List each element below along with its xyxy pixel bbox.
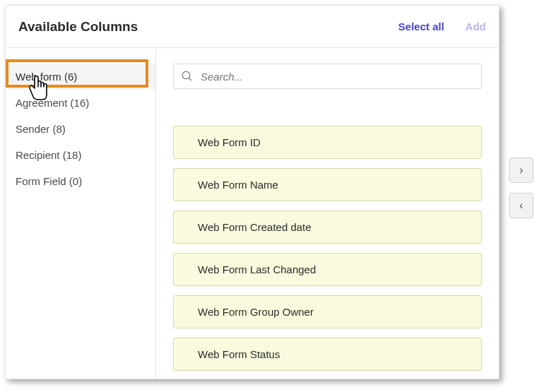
- search-box[interactable]: [173, 64, 482, 89]
- category-agreement[interactable]: Agreement (16): [6, 90, 155, 116]
- category-sender[interactable]: Sender (8): [6, 116, 155, 142]
- move-right-button[interactable]: ›: [509, 158, 533, 183]
- select-all-link[interactable]: Select all: [398, 20, 444, 32]
- add-link[interactable]: Add: [465, 20, 486, 32]
- main-area: Web Form ID Web Form Name Web Form Creat…: [156, 48, 499, 379]
- chevron-right-icon: ›: [519, 164, 523, 177]
- column-item[interactable]: Web Form Last Changed: [173, 253, 482, 286]
- svg-point-0: [182, 71, 190, 79]
- category-label: Agreement (16): [16, 97, 89, 109]
- column-item[interactable]: Web Form Status: [173, 338, 482, 371]
- svg-line-1: [189, 78, 191, 81]
- category-label: Form Field (0): [16, 175, 82, 187]
- category-form-field[interactable]: Form Field (0): [6, 168, 155, 194]
- column-item[interactable]: Web Form Created date: [173, 210, 482, 244]
- search-icon: [181, 70, 194, 83]
- category-sidebar: Web form (6) Agreement (16) Sender (8) R…: [6, 48, 156, 379]
- move-left-button[interactable]: ‹: [509, 193, 533, 218]
- category-label: Recipient (18): [16, 149, 81, 161]
- panel-title: Available Columns: [18, 19, 377, 35]
- column-item[interactable]: Web Form Group Owner: [173, 295, 482, 328]
- category-recipient[interactable]: Recipient (18): [6, 142, 155, 168]
- search-input[interactable]: [201, 71, 474, 83]
- category-label: Sender (8): [16, 123, 66, 135]
- category-label: Web form (6): [16, 71, 77, 83]
- column-item[interactable]: Web Form ID: [173, 126, 482, 159]
- chevron-left-icon: ‹: [519, 199, 523, 212]
- transfer-buttons: › ‹: [509, 158, 533, 218]
- panel-body: Web form (6) Agreement (16) Sender (8) R…: [6, 48, 499, 379]
- panel-header: Available Columns Select all Add: [6, 6, 499, 48]
- available-columns-panel: Available Columns Select all Add Web for…: [5, 5, 499, 379]
- column-list: Web Form ID Web Form Name Web Form Creat…: [173, 126, 482, 371]
- column-item[interactable]: Web Form Name: [173, 168, 482, 201]
- category-web-form[interactable]: Web form (6): [6, 64, 155, 90]
